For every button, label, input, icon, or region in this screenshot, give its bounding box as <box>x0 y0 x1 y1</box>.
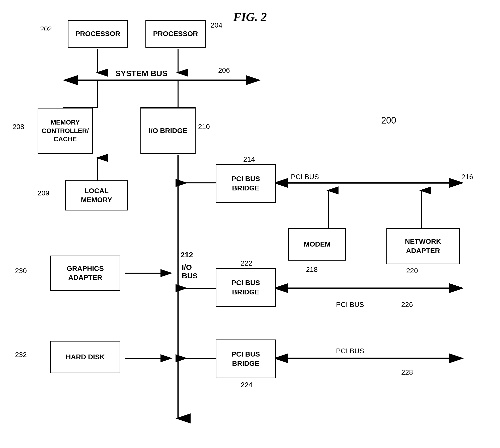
io-bridge-box: I/O BRIDGE <box>140 108 196 154</box>
ref-230: 230 <box>15 267 27 275</box>
memory-controller-box: MEMORYCONTROLLER/CACHE <box>38 108 93 154</box>
ref-200: 200 <box>381 115 396 126</box>
processor2-box: PROCESSOR <box>145 20 206 48</box>
ref-218: 218 <box>306 266 318 274</box>
hard-disk-box: HARD DISK <box>50 341 120 373</box>
ref-226: 226 <box>401 301 413 309</box>
network-adapter-box: NETWORKADAPTER <box>386 228 460 264</box>
pci-bus3-label: PCI BUS <box>336 347 364 355</box>
ref-210: 210 <box>198 123 210 131</box>
ref-220: 220 <box>406 267 418 275</box>
ref-208: 208 <box>13 123 24 131</box>
ref-232: 232 <box>15 351 27 359</box>
ref-204: 204 <box>211 21 222 29</box>
pci-bus-bridge2-box: PCI BUSBRIDGE <box>216 268 276 307</box>
figure-title: FIG. 2 <box>233 10 267 24</box>
graphics-adapter-box: GRAPHICSADAPTER <box>50 256 120 291</box>
pci-bus2-label: PCI BUS <box>336 301 364 309</box>
ref-228: 228 <box>401 368 413 376</box>
pci-bus-bridge3-box: PCI BUSBRIDGE <box>216 340 276 378</box>
ref-206: 206 <box>218 66 230 74</box>
system-bus-label: SYSTEM BUS <box>115 69 168 78</box>
processor1-box: PROCESSOR <box>68 20 128 48</box>
ref-209: 209 <box>38 189 49 197</box>
local-memory-box: LOCALMEMORY <box>65 180 128 210</box>
ref-216: 216 <box>461 173 473 181</box>
ref-202: 202 <box>40 25 52 33</box>
modem-box: MODEM <box>288 228 346 261</box>
ref-224: 224 <box>241 381 253 389</box>
pci-bus-bridge1-box: PCI BUSBRIDGE <box>216 164 276 203</box>
pci-bus1-label: PCI BUS <box>291 173 319 181</box>
io-bus-label: 212 <box>181 251 193 259</box>
ref-214: 214 <box>243 155 255 163</box>
io-bus-text: I/OBUS <box>182 263 198 280</box>
ref-222: 222 <box>241 259 253 267</box>
